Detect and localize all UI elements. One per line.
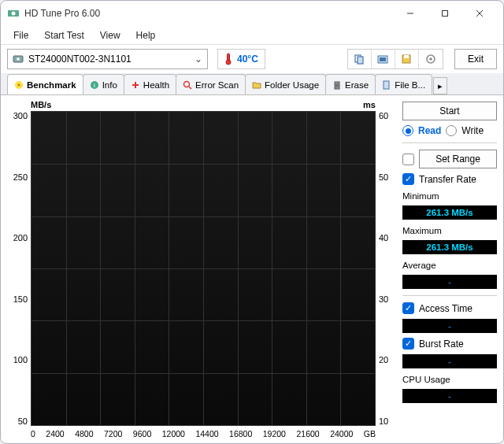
content-area: MB/s ms 300 250 200 150 100 50 60 [1,95,503,443]
toolbar-buttons [347,49,443,69]
tab-folder-usage[interactable]: Folder Usage [245,74,326,94]
menu-file[interactable]: File [6,28,36,43]
health-icon [131,80,140,90]
thermometer-icon [224,53,232,65]
x-tick: 7200 [104,429,122,438]
y-left-label: MB/s [31,100,51,109]
x-tick: 4800 [75,429,93,438]
average-label: Average [402,261,497,270]
x-tick: 21600 [296,429,319,438]
toolbar: ST24000NT002-3N1101 ⌄ 40°C Exit [1,45,503,73]
set-range-button[interactable]: Set Range [419,150,497,168]
start-button[interactable]: Start [402,102,497,120]
temperature-value: 40°C [237,54,258,65]
exit-button[interactable]: Exit [454,49,497,69]
erase-icon [332,80,342,90]
x-unit: GB [364,429,376,438]
x-tick: 12000 [162,429,185,438]
x-tick: 16800 [229,429,252,438]
drive-icon [13,54,24,65]
y-tick: 150 [13,294,28,304]
copy-button[interactable] [348,50,372,68]
menu-start-test[interactable]: Start Test [36,28,91,43]
tab-scroll-right[interactable]: ▸ [433,77,447,94]
access-time-label: Access Time [419,303,472,314]
svg-rect-29 [384,81,389,89]
y-tick: 300 [13,111,28,120]
svg-rect-13 [380,57,386,61]
set-range-checkbox[interactable] [402,154,414,165]
menu-help[interactable]: Help [128,28,164,43]
burst-rate-checkbox[interactable] [402,338,414,350]
svg-rect-26 [335,82,339,89]
side-panel: Start Read Write Set Range Transfer Rate… [402,100,497,437]
read-label: Read [418,125,441,136]
tab-error-scan[interactable]: Error Scan [176,74,246,94]
menubar: File Start Test View Help [1,26,503,45]
svg-point-17 [429,57,432,61]
tab-benchmark[interactable]: Benchmark [7,74,83,94]
folder-icon [252,80,261,90]
tab-label: Folder Usage [265,80,319,90]
cpu-usage-label: CPU Usage [402,375,497,384]
svg-line-25 [189,87,191,89]
svg-text:i: i [94,82,95,89]
tabstrip: Benchmark i Info Health Error Scan Folde… [1,73,503,95]
svg-point-24 [184,81,190,87]
save-button[interactable] [395,50,419,68]
transfer-rate-label: Transfer Rate [419,174,476,185]
minimize-button[interactable] [393,2,428,24]
svg-point-9 [226,60,231,65]
svg-point-1 [12,12,16,16]
drive-name: ST24000NT002-3N1101 [28,54,132,65]
tab-label: Error Scan [195,80,239,90]
tab-erase[interactable]: Erase [325,74,376,94]
transfer-rate-checkbox[interactable] [402,173,414,185]
y-tick: 250 [13,172,28,182]
tab-info[interactable]: i Info [83,74,124,94]
settings-button[interactable] [419,50,443,68]
screenshot-button[interactable] [372,50,395,68]
drive-select[interactable]: ST24000NT002-3N1101 ⌄ [7,49,208,69]
maximum-value: 261.3 MB/s [402,240,497,254]
access-time-value: - [402,319,497,333]
x-tick: 9600 [133,429,151,438]
window-title: HD Tune Pro 6.00 [24,8,393,19]
menu-view[interactable]: View [92,28,128,43]
tab-health[interactable]: Health [124,74,176,94]
y-right-label: ms [363,100,376,109]
y-tick: 60 [379,111,388,120]
x-tick: 14400 [195,429,218,438]
read-radio[interactable] [402,125,413,136]
chart-plot [31,111,376,426]
app-window: HD Tune Pro 6.00 File Start Test View He… [0,0,504,444]
tab-label: Health [143,80,169,90]
svg-rect-3 [443,11,448,17]
y-axis-left: 300 250 200 150 100 50 [7,111,31,426]
burst-rate-label: Burst Rate [419,339,464,350]
write-radio[interactable] [446,125,457,136]
access-time-checkbox[interactable] [402,302,414,314]
write-label: Write [461,125,484,136]
average-value: - [402,275,497,289]
maximize-button[interactable] [428,2,462,24]
svg-rect-15 [404,55,409,58]
y-tick: 40 [379,233,388,242]
x-axis: 0 2400 4800 7200 9600 12000 14400 16800 … [7,426,399,438]
x-tick: 24000 [330,429,353,438]
x-tick: 19200 [263,429,286,438]
y-tick: 10 [379,416,388,426]
tab-file-benchmark[interactable]: File B... [375,74,432,94]
error-scan-icon [183,80,192,90]
chart-area: MB/s ms 300 250 200 150 100 50 60 [7,100,399,437]
benchmark-icon [14,80,24,90]
tab-label: File B... [395,80,425,90]
tab-label: Info [102,80,117,90]
maximum-label: Maximum [402,226,497,235]
svg-point-19 [18,83,20,86]
close-button[interactable] [462,2,497,24]
svg-point-7 [17,57,20,61]
minimum-value: 261.3 MB/s [402,205,497,220]
y-tick: 50 [18,416,28,426]
titlebar: HD Tune Pro 6.00 [1,1,503,26]
